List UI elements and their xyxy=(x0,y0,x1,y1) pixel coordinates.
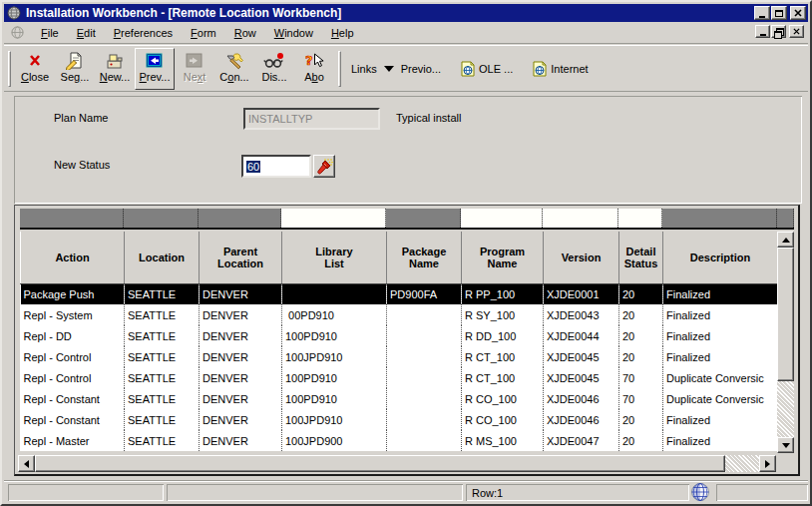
links-label: Links xyxy=(351,63,377,75)
table-row[interactable]: Repl - SystemSEATTLEDENVER 00PD910R SY_1… xyxy=(21,304,778,325)
previous-arrow-icon xyxy=(145,51,165,71)
grid-cell: 100JPD910 xyxy=(282,346,387,367)
grid-cell: Finalized xyxy=(663,304,778,325)
status-bar: Row:1 xyxy=(4,480,808,502)
menu-window[interactable]: Window xyxy=(265,24,322,42)
link-ole[interactable]: OLE ... xyxy=(460,61,513,77)
grid-cell: Repl - Control xyxy=(21,367,125,388)
link-previous[interactable]: Previo... xyxy=(401,63,441,75)
grid-cell: 20 xyxy=(619,283,663,304)
qbe-cell[interactable] xyxy=(618,209,662,228)
scroll-left-button[interactable] xyxy=(18,455,35,472)
links-dropdown-icon[interactable] xyxy=(384,66,394,72)
menu-edit[interactable]: Edit xyxy=(68,24,105,42)
grid-cell: 100PD910 xyxy=(282,388,387,409)
col-program-name[interactable]: Program Name xyxy=(462,232,544,283)
minimize-icon xyxy=(760,34,766,36)
maximize-button[interactable] xyxy=(771,6,787,20)
scroll-down-button[interactable] xyxy=(777,437,794,453)
grid-cell xyxy=(387,346,462,367)
grid-cell: XJDE0046 xyxy=(544,388,619,409)
dis-button[interactable]: Dis... xyxy=(254,48,294,90)
visual-assist-button[interactable] xyxy=(313,155,335,178)
mdi-restore-button[interactable] xyxy=(771,25,786,38)
qbe-row xyxy=(20,209,794,230)
new-button[interactable]: New... xyxy=(95,48,135,90)
qbe-filler-cell xyxy=(777,209,794,228)
seg-button[interactable]: Seg... xyxy=(55,48,95,90)
close-window-button[interactable] xyxy=(790,6,806,20)
prev-button[interactable]: Prev... xyxy=(135,48,175,90)
col-description[interactable]: Description xyxy=(663,232,778,283)
grid-cell: SEATTLE xyxy=(125,304,200,325)
status-globe-icon xyxy=(690,482,710,504)
toolbar-grip[interactable] xyxy=(8,51,11,87)
col-parent-location[interactable]: Parent Location xyxy=(200,232,282,283)
col-action[interactable]: Action xyxy=(21,232,125,283)
con-button[interactable]: Con... xyxy=(214,48,254,90)
mdi-globe-icon[interactable] xyxy=(11,26,24,39)
table-row[interactable]: Package PushSEATTLEDENVERPD900FAR PP_100… xyxy=(21,283,778,304)
grid-cell: Duplicate Conversic xyxy=(663,367,778,388)
new-status-input[interactable]: 60 xyxy=(241,155,311,178)
menu-file[interactable]: File xyxy=(32,24,68,42)
next-button: Next xyxy=(175,48,214,90)
grid-cell: Finalized xyxy=(663,325,778,346)
qbe-cell[interactable] xyxy=(543,209,618,228)
plan-name-description: Typical install xyxy=(396,112,461,124)
grid-cell: 100PD910 xyxy=(282,325,387,346)
grid-cell: Finalized xyxy=(663,409,778,430)
table-row[interactable]: Repl - ControlSEATTLEDENVER100PD910R CT_… xyxy=(21,367,778,388)
vertical-scroll-thumb[interactable] xyxy=(777,248,794,381)
qbe-cell[interactable] xyxy=(461,209,543,228)
grid-cell: XJDE0046 xyxy=(544,409,619,430)
mdi-close-button[interactable] xyxy=(789,25,804,38)
table-row[interactable]: Repl - ConstantSEATTLEDENVER100PD910R CO… xyxy=(21,388,778,409)
row-indicator: Row:1 xyxy=(472,487,503,499)
table-row[interactable]: Repl - MasterSEATTLEDENVER100JPD900R MS_… xyxy=(21,430,778,451)
form-panel: Plan Name INSTALLTYP Typical install New… xyxy=(14,96,802,204)
grid-cell: R SY_100 xyxy=(462,304,544,325)
arrow-left-icon xyxy=(24,460,29,468)
col-library-list[interactable]: Library List xyxy=(282,232,387,283)
abo-button[interactable]: ? Abo xyxy=(294,48,334,90)
status-section-left xyxy=(8,484,164,501)
scroll-right-button[interactable] xyxy=(759,455,776,472)
menu-row[interactable]: Row xyxy=(225,24,265,42)
close-button[interactable]: Close xyxy=(15,48,55,90)
grid-cell: Finalized xyxy=(663,430,778,451)
help-cursor-icon: ? xyxy=(304,51,324,71)
internet-doc-globe-icon xyxy=(532,61,548,77)
link-internet[interactable]: Internet xyxy=(532,61,588,77)
hammer-tools-icon xyxy=(224,51,244,71)
grid-cell: DENVER xyxy=(200,304,282,325)
col-package-name[interactable]: Package Name xyxy=(387,232,462,283)
col-detail-status[interactable]: Detail Status xyxy=(619,232,663,283)
grid-cell: 20 xyxy=(619,409,663,430)
table-row[interactable]: Repl - ControlSEATTLEDENVER100JPD910R CT… xyxy=(21,346,778,367)
table-row[interactable]: Repl - DDSEATTLEDENVER100PD910R DD_100XJ… xyxy=(21,325,778,346)
grid-cell: Repl - System xyxy=(21,304,125,325)
plan-name-label: Plan Name xyxy=(54,112,108,124)
menu-preferences[interactable]: Preferences xyxy=(105,24,182,42)
selected-text: 60 xyxy=(246,161,260,173)
grid-cell: SEATTLE xyxy=(125,388,200,409)
horizontal-scroll-thumb[interactable] xyxy=(35,455,725,472)
mdi-minimize-button[interactable] xyxy=(755,25,770,38)
menu-help[interactable]: Help xyxy=(322,24,363,42)
col-version[interactable]: Version xyxy=(544,232,619,283)
table-row[interactable]: Repl - ConstantSEATTLEDENVER100JPD910R C… xyxy=(21,409,778,430)
minimize-button[interactable] xyxy=(754,6,770,20)
qbe-cell[interactable] xyxy=(281,209,386,228)
grid-panel: Action Location Parent Location Library … xyxy=(14,205,800,476)
next-arrow-icon xyxy=(185,51,204,71)
grid-cell: DENVER xyxy=(200,367,282,388)
arrow-up-icon xyxy=(782,238,790,243)
col-location[interactable]: Location xyxy=(125,232,200,283)
grid-cell: Duplicate Conversic xyxy=(663,388,778,409)
vertical-scroll-track[interactable] xyxy=(777,381,794,437)
grid-cell: Repl - Control xyxy=(21,346,125,367)
scroll-up-button[interactable] xyxy=(777,232,794,248)
horizontal-scroll-track[interactable] xyxy=(725,455,759,472)
menu-form[interactable]: Form xyxy=(182,24,225,42)
